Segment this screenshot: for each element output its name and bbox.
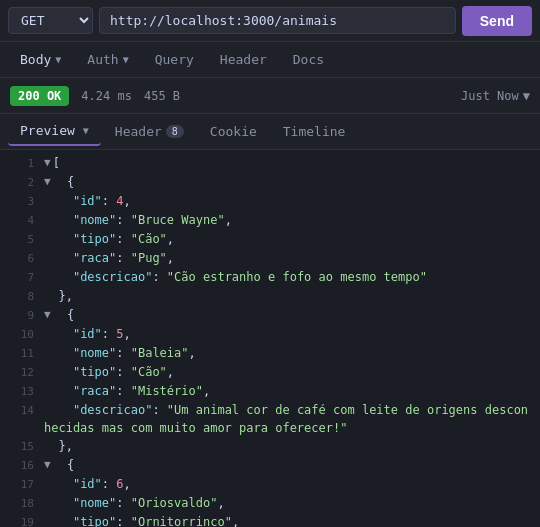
header-badge: 8	[166, 125, 184, 138]
json-content: },	[44, 437, 534, 455]
json-content: [	[53, 154, 534, 172]
body-tab-arrow: ▼	[55, 54, 61, 65]
method-select[interactable]: GET POST PUT DELETE	[8, 7, 93, 34]
json-content: "id": 6,	[44, 475, 534, 493]
json-line: 13 "raca": "Mistério",	[0, 382, 540, 401]
line-number: 2	[6, 173, 34, 192]
sub-tab-header[interactable]: Header 8	[103, 118, 196, 145]
json-content: "nome": "Bruce Wayne",	[44, 211, 534, 229]
collapse-arrow[interactable]: ▼	[44, 306, 51, 324]
json-line: 8 },	[0, 287, 540, 306]
sub-tab-cookie[interactable]: Cookie	[198, 118, 269, 145]
auth-tab-arrow: ▼	[123, 54, 129, 65]
collapse-arrow[interactable]: ▼	[44, 456, 51, 474]
json-content: "tipo": "Cão",	[44, 230, 534, 248]
response-time: 4.24 ms	[81, 89, 132, 103]
timestamp-dropdown[interactable]: Just Now ▼	[461, 89, 530, 103]
json-line: 18 "nome": "Oriosvaldo",	[0, 494, 540, 513]
json-line: 4 "nome": "Bruce Wayne",	[0, 211, 540, 230]
line-number: 10	[6, 325, 34, 344]
json-line: 10 "id": 5,	[0, 325, 540, 344]
json-content: "id": 4,	[44, 192, 534, 210]
tab-row: Body ▼ Auth ▼ Query Header Docs	[0, 42, 540, 78]
url-input[interactable]	[99, 7, 456, 34]
status-code: 200 OK	[10, 86, 69, 106]
sub-tab-row: Preview ▼ Header 8 Cookie Timeline	[0, 114, 540, 150]
json-line: 15 },	[0, 437, 540, 456]
status-bar: 200 OK 4.24 ms 455 B Just Now ▼	[0, 78, 540, 114]
json-content: "id": 5,	[44, 325, 534, 343]
json-line: 9▼ {	[0, 306, 540, 325]
json-content: },	[44, 287, 534, 305]
tab-query[interactable]: Query	[143, 46, 206, 73]
line-number: 18	[6, 494, 34, 513]
json-line: 6 "raca": "Pug",	[0, 249, 540, 268]
json-line: 11 "nome": "Baleia",	[0, 344, 540, 363]
json-content: "nome": "Oriosvaldo",	[44, 494, 534, 512]
json-content: "raca": "Mistério",	[44, 382, 534, 400]
send-button[interactable]: Send	[462, 6, 532, 36]
json-content: "tipo": "Ornitorrinco",	[44, 513, 534, 527]
json-line: 5 "tipo": "Cão",	[0, 230, 540, 249]
line-number: 4	[6, 211, 34, 230]
json-line: 16▼ {	[0, 456, 540, 475]
top-bar: GET POST PUT DELETE Send	[0, 0, 540, 42]
json-content: {	[53, 306, 534, 324]
line-number: 14	[6, 401, 34, 420]
json-line: 12 "tipo": "Cão",	[0, 363, 540, 382]
sub-tab-preview[interactable]: Preview ▼	[8, 117, 101, 146]
json-content: {	[53, 456, 534, 474]
json-line: 14 "descricao": "Um animal cor de café c…	[0, 401, 540, 437]
line-number: 1	[6, 154, 34, 173]
line-number: 5	[6, 230, 34, 249]
json-content: {	[53, 173, 534, 191]
tab-docs[interactable]: Docs	[281, 46, 336, 73]
json-line: 7 "descricao": "Cão estranho e fofo ao m…	[0, 268, 540, 287]
tab-header[interactable]: Header	[208, 46, 279, 73]
line-number: 8	[6, 287, 34, 306]
response-size: 455 B	[144, 89, 180, 103]
json-line: 2▼ {	[0, 173, 540, 192]
json-line: 17 "id": 6,	[0, 475, 540, 494]
json-content: "descricao": "Um animal cor de café com …	[44, 401, 534, 437]
line-number: 19	[6, 513, 34, 527]
line-number: 7	[6, 268, 34, 287]
line-number: 3	[6, 192, 34, 211]
collapse-arrow[interactable]: ▼	[44, 173, 51, 191]
json-line: 19 "tipo": "Ornitorrinco",	[0, 513, 540, 527]
sub-tab-timeline[interactable]: Timeline	[271, 118, 358, 145]
tab-auth[interactable]: Auth ▼	[75, 46, 140, 73]
collapse-arrow[interactable]: ▼	[44, 154, 51, 172]
line-number: 13	[6, 382, 34, 401]
line-number: 16	[6, 456, 34, 475]
line-number: 15	[6, 437, 34, 456]
json-body: 1▼[2▼ {3 "id": 4,4 "nome": "Bruce Wayne"…	[0, 150, 540, 527]
json-content: "descricao": "Cão estranho e fofo ao mes…	[44, 268, 534, 286]
line-number: 17	[6, 475, 34, 494]
line-number: 12	[6, 363, 34, 382]
line-number: 11	[6, 344, 34, 363]
json-content: "nome": "Baleia",	[44, 344, 534, 362]
tab-body[interactable]: Body ▼	[8, 46, 73, 73]
json-content: "raca": "Pug",	[44, 249, 534, 267]
line-number: 6	[6, 249, 34, 268]
json-line: 3 "id": 4,	[0, 192, 540, 211]
line-number: 9	[6, 306, 34, 325]
timestamp-arrow: ▼	[523, 89, 530, 103]
json-line: 1▼[	[0, 154, 540, 173]
preview-arrow: ▼	[83, 125, 89, 136]
json-content: "tipo": "Cão",	[44, 363, 534, 381]
